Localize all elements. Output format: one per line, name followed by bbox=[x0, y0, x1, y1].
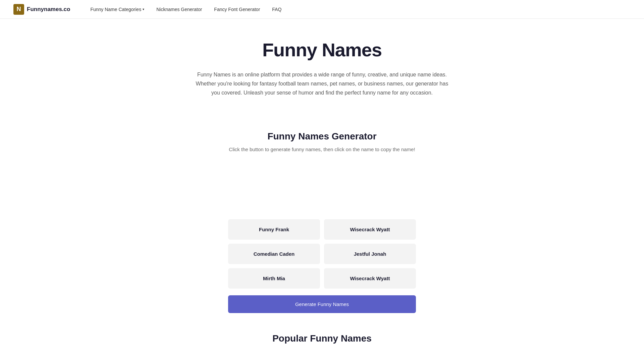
nav-link-fancy-font[interactable]: Fancy Font Generator bbox=[214, 7, 260, 12]
generator-subtitle: Click the button to generate funny names… bbox=[7, 146, 637, 152]
page-title: Funny Names bbox=[178, 39, 466, 61]
popular-title: Popular Funny Names bbox=[0, 333, 644, 344]
name-card-5[interactable]: Mirth Mia bbox=[228, 268, 320, 289]
generator-section: Funny Names Generator Click the button t… bbox=[0, 131, 644, 313]
name-card-4[interactable]: Jestful Jonah bbox=[324, 244, 416, 264]
hero-section: Funny Names Funny Names is an online pla… bbox=[171, 19, 473, 131]
nav-item-faq[interactable]: FAQ bbox=[272, 6, 281, 12]
name-card-6[interactable]: Wisecrack Wyatt bbox=[324, 268, 416, 289]
chevron-down-icon: ▾ bbox=[143, 7, 144, 11]
page-description: Funny Names is an online platform that p… bbox=[195, 70, 449, 98]
nav-item-categories[interactable]: Funny Name Categories ▾ bbox=[90, 7, 144, 12]
generate-button-wrapper: Generate Funny Names bbox=[228, 295, 416, 313]
generate-button[interactable]: Generate Funny Names bbox=[228, 295, 416, 313]
name-card-2[interactable]: Wisecrack Wyatt bbox=[324, 219, 416, 240]
names-grid: Funny Frank Wisecrack Wyatt Comedian Cad… bbox=[228, 219, 416, 289]
nav-links: Funny Name Categories ▾ Nicknames Genera… bbox=[90, 6, 281, 12]
nav-label-categories: Funny Name Categories bbox=[90, 7, 141, 12]
navbar: N Funnynames.co Funny Name Categories ▾ … bbox=[0, 0, 644, 19]
nav-item-nicknames[interactable]: Nicknames Generator bbox=[156, 6, 202, 12]
logo-icon: N bbox=[13, 4, 24, 15]
name-card-1[interactable]: Funny Frank bbox=[228, 219, 320, 240]
nav-link-nicknames[interactable]: Nicknames Generator bbox=[156, 7, 202, 12]
logo-text: Funnynames.co bbox=[27, 6, 70, 13]
nav-dropdown-categories[interactable]: Funny Name Categories ▾ bbox=[90, 7, 144, 12]
popular-section: Popular Funny Names bbox=[0, 333, 644, 357]
nav-item-fancy-font[interactable]: Fancy Font Generator bbox=[214, 6, 260, 12]
nav-link-faq[interactable]: FAQ bbox=[272, 7, 281, 12]
generator-title: Funny Names Generator bbox=[7, 131, 637, 142]
name-card-3[interactable]: Comedian Caden bbox=[228, 244, 320, 264]
logo-link[interactable]: N Funnynames.co bbox=[13, 4, 70, 15]
